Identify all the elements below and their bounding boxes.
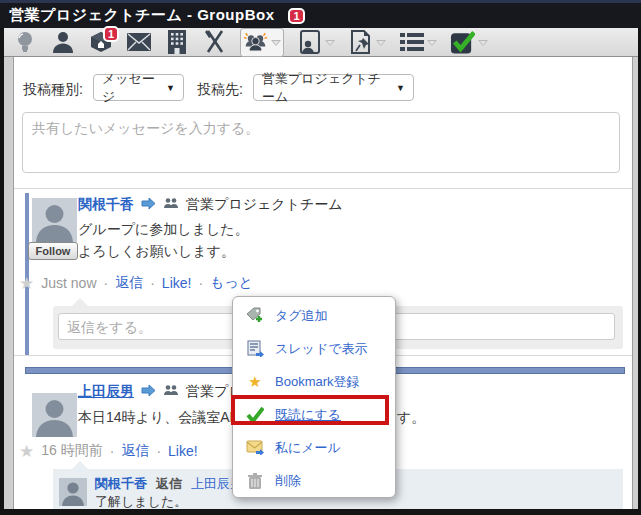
separator: · <box>198 275 203 291</box>
follow-button[interactable]: Follow <box>28 242 78 260</box>
check-icon[interactable] <box>450 30 475 55</box>
group-icon <box>163 197 179 213</box>
post-dest-label: 投稿先: <box>197 81 243 99</box>
separator: · <box>104 275 109 291</box>
author-link[interactable]: 関根千香 <box>78 196 134 214</box>
person-icon[interactable] <box>50 30 75 55</box>
arrow-right-icon <box>141 384 156 400</box>
avatar[interactable] <box>59 478 87 506</box>
separator: · <box>110 443 115 459</box>
contact-card-icon[interactable] <box>297 30 322 55</box>
post-timestamp: 16 時間前 <box>41 442 102 460</box>
divider <box>14 188 633 189</box>
menu-item-label: 私にメール <box>275 439 341 457</box>
menu-item-add-tag[interactable]: タグ追加 <box>233 299 395 332</box>
chevron-down-icon[interactable] <box>325 40 335 46</box>
menu-item-delete[interactable]: 削除 <box>233 464 395 497</box>
page-title: 営業プロジェクトチーム - GroupBox <box>0 6 274 25</box>
app-window: 営業プロジェクトチーム - GroupBox 1 1 <box>0 0 641 515</box>
menu-item-mark-read[interactable]: 既読にする <box>233 398 395 431</box>
post-dest-select[interactable]: 営業プロジェクトチーム ▼ <box>253 74 414 101</box>
comment-body: 了解しました。 <box>95 493 187 509</box>
box-unread-badge: 1 <box>103 26 119 42</box>
title-bar: 営業プロジェクトチーム - GroupBox 1 <box>0 0 641 28</box>
like-link[interactable]: Like! <box>168 443 198 459</box>
post-meta-row: ★ 16 時間前 · 返信 · Like! <box>19 442 198 460</box>
post-body-line-end: す。 <box>397 409 425 427</box>
post-type-value: メッセージ <box>102 70 158 106</box>
post-body-line: グループに参加しました。 <box>78 221 249 239</box>
chevron-down-icon <box>271 40 281 46</box>
comment-action-label: 返信 <box>156 475 182 493</box>
delete-trash-icon <box>246 473 264 489</box>
bookmark-star-icon: ★ <box>246 374 264 389</box>
separator: · <box>150 275 155 291</box>
mail-icon[interactable] <box>126 30 151 55</box>
reply-link[interactable]: 返信 <box>121 442 149 460</box>
menu-item-bookmark[interactable]: ★ Bookmark登録 <box>233 365 395 398</box>
post-body-line: よろしくお願いします。 <box>78 243 235 261</box>
comment-header: 関根千香 返信 上田辰男 <box>95 475 243 493</box>
post-timestamp: Just now <box>41 275 96 291</box>
people-tool-selected[interactable] <box>240 28 284 57</box>
post-type-select[interactable]: メッセージ ▼ <box>93 74 184 101</box>
post-header: 関根千香 営業プロジェクトチーム <box>78 196 343 214</box>
reply-link[interactable]: 返信 <box>115 274 143 292</box>
menu-item-label: 削除 <box>275 472 301 490</box>
callout-arrow <box>72 461 88 469</box>
building-icon[interactable] <box>164 30 189 55</box>
chevron-down-icon[interactable] <box>427 40 437 46</box>
list-icon[interactable] <box>399 30 424 55</box>
menu-item-label: Bookmark登録 <box>275 373 360 391</box>
comment-author-link[interactable]: 関根千香 <box>95 475 147 493</box>
app-toolbar: 1 <box>4 28 638 57</box>
menu-item-label: タグ追加 <box>275 307 328 325</box>
note-pin-icon[interactable] <box>348 30 373 55</box>
chevron-down-icon[interactable] <box>478 40 488 46</box>
thread-view-icon <box>246 340 264 357</box>
callout-arrow <box>72 298 88 306</box>
people-icon <box>243 30 268 55</box>
post-meta-row: ★ Just now · 返信 · Like! · もっと <box>19 274 253 292</box>
post-body-line: 本日14時より、会議室AB <box>78 409 239 427</box>
avatar[interactable] <box>32 393 77 437</box>
like-link[interactable]: Like! <box>162 275 192 291</box>
select-caret-icon: ▼ <box>166 83 175 93</box>
author-link[interactable]: 上田辰男 <box>78 383 134 401</box>
avatar[interactable] <box>32 198 77 242</box>
separator: · <box>156 443 161 459</box>
tools-icon[interactable] <box>202 30 227 55</box>
mark-read-check-icon <box>246 407 264 422</box>
unread-count-badge: 1 <box>288 8 304 24</box>
arrow-right-icon <box>141 197 156 213</box>
mail-to-me-icon <box>246 440 264 455</box>
tag-add-icon <box>246 307 264 324</box>
menu-item-show-thread[interactable]: スレッドで表示 <box>233 332 395 365</box>
menu-item-label: 既読にする <box>275 406 341 424</box>
post-type-label: 投稿種別: <box>23 81 83 99</box>
message-compose-textarea[interactable] <box>22 112 620 173</box>
select-caret-icon: ▼ <box>396 83 405 93</box>
chevron-down-icon[interactable] <box>376 40 386 46</box>
lightbulb-icon[interactable] <box>12 30 37 55</box>
group-icon <box>163 384 179 400</box>
follow-button-label: Follow <box>36 245 71 257</box>
post-target[interactable]: 営業プロジェクトチーム <box>186 196 343 214</box>
more-link[interactable]: もっと <box>210 274 253 292</box>
menu-item-mail-me[interactable]: 私にメール <box>233 431 395 464</box>
star-icon[interactable]: ★ <box>19 275 34 292</box>
context-menu: タグ追加 スレッドで表示 ★ Bookmark登録 既読にする 私にメール 削除 <box>232 296 396 498</box>
post-dest-value: 営業プロジェクトチーム <box>262 70 388 106</box>
star-icon[interactable]: ★ <box>19 443 34 460</box>
menu-item-label: スレッドで表示 <box>275 340 368 358</box>
